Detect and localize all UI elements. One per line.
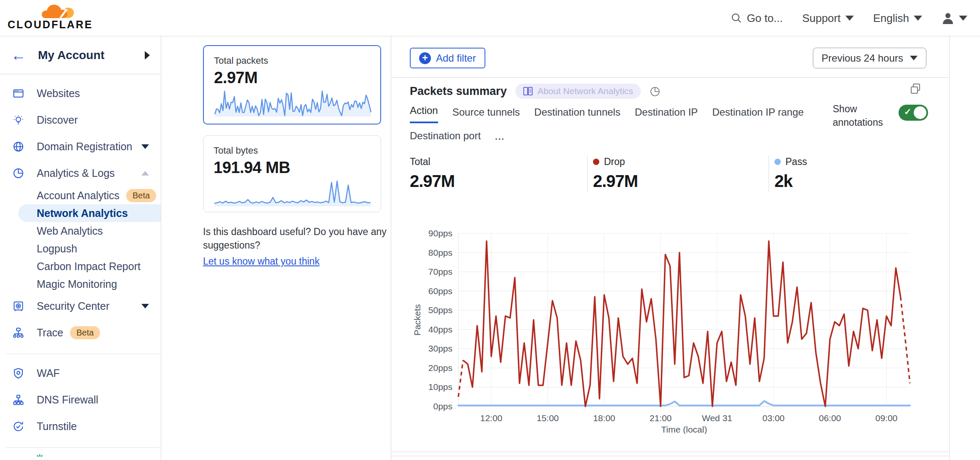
cloudflare-logo[interactable]: CLOUDFLARE <box>8 2 81 31</box>
sidebar-item-label: Magic Monitoring <box>37 278 117 290</box>
svg-text:80pps: 80pps <box>428 248 452 257</box>
packets-time-series-chart[interactable]: 0pps10pps20pps30pps40pps50pps60pps70pps8… <box>408 226 942 436</box>
filter-bar: + Add filter Previous 24 hours <box>391 36 949 77</box>
svg-text:0pps: 0pps <box>433 401 452 411</box>
sidebar-item-carbon-impact-report[interactable]: Carbon Impact Report <box>0 257 161 275</box>
stat-value: 2k <box>774 172 807 191</box>
sidebar: ← My Account Websites Discover <box>0 36 161 460</box>
chevron-down-icon <box>845 16 854 21</box>
sidebar-item-web-analytics[interactable]: Web Analytics <box>0 222 161 240</box>
chevron-right-icon[interactable] <box>145 51 150 60</box>
stat-label: Pass <box>785 156 807 168</box>
pie-mini-icon[interactable] <box>649 85 661 97</box>
search-icon <box>731 13 742 24</box>
pie-chart-icon <box>13 168 24 179</box>
bytes-sparkline <box>214 177 371 207</box>
sidebar-item-analytics-logs[interactable]: Analytics & Logs <box>0 160 161 187</box>
goto-search[interactable]: Go to... <box>731 12 782 25</box>
cloudflare-cloud-icon <box>41 2 76 20</box>
more-tabs-ellipsis-icon[interactable]: ... <box>495 132 505 147</box>
svg-text:Time (local): Time (local) <box>661 425 707 434</box>
language-menu[interactable]: English <box>873 12 922 25</box>
sidebar-item-waf[interactable]: WAF <box>0 360 161 387</box>
sidebar-item-security-center[interactable]: Security Center <box>0 293 161 319</box>
account-header: ← My Account <box>0 36 161 74</box>
stat-value: 2.97M <box>593 172 638 191</box>
stat-divider <box>769 155 769 192</box>
total-bytes-card[interactable]: Total bytes 191.94 MB <box>203 135 381 212</box>
about-network-analytics-badge[interactable]: About Network Analytics <box>515 84 641 99</box>
show-annotations-toggle[interactable]: ✓ <box>899 105 928 121</box>
sidebar-item-websites[interactable]: Websites <box>0 80 161 107</box>
stat-value: 2.97M <box>410 172 455 191</box>
svg-text:20pps: 20pps <box>428 363 452 373</box>
sidebar-divider <box>5 447 161 448</box>
sidebar-item-label: Logpush <box>37 243 77 255</box>
sidebar-item-label: Network Analytics <box>37 207 128 219</box>
svg-text:21:00: 21:00 <box>650 413 672 423</box>
sidebar-item-label: Domain Registration <box>37 141 133 153</box>
chevron-down-icon <box>959 16 967 21</box>
chevron-down-icon <box>141 144 149 149</box>
feedback-link[interactable]: Let us know what you think <box>203 254 319 268</box>
total-packets-card[interactable]: Total packets 2.97M <box>203 45 381 124</box>
sidebar-item-label: Carbon Impact Report <box>37 260 141 273</box>
refresh-check-icon <box>13 421 24 432</box>
svg-text:90pps: 90pps <box>428 228 452 238</box>
chevron-down-icon <box>910 56 918 60</box>
beta-badge: Beta <box>70 326 100 339</box>
account-menu[interactable] <box>942 12 967 24</box>
tab-destination-ip-range[interactable]: Destination IP range <box>712 106 804 123</box>
sidebar-item-magic-monitoring[interactable]: Magic Monitoring <box>0 275 161 293</box>
card-value: 191.94 MB <box>214 159 371 177</box>
badge-label: About Network Analytics <box>538 86 633 96</box>
tab-action[interactable]: Action <box>410 105 438 123</box>
tab-source-tunnels[interactable]: Source tunnels <box>452 106 520 123</box>
chevron-down-icon <box>141 304 149 308</box>
sidebar-item-logpush[interactable]: Logpush <box>0 240 161 257</box>
panel-header: Packets summary About Network Analytics <box>410 84 661 99</box>
sidebar-item-label: Websites <box>37 87 80 100</box>
card-value: 2.97M <box>214 69 370 87</box>
copy-icon[interactable] <box>910 83 921 95</box>
cloudflare-dashboard: CLOUDFLARE Go to... Support English ← <box>0 0 980 460</box>
sidebar-item-network-analytics[interactable]: Network Analytics <box>18 204 161 222</box>
time-range-select[interactable]: Previous 24 hours <box>813 48 926 68</box>
sidebar-item-domain-registration[interactable]: Domain Registration <box>0 133 161 160</box>
lightbulb-icon <box>13 114 24 126</box>
back-arrow-icon[interactable]: ← <box>11 48 26 63</box>
sidebar-item-label: WAF <box>37 367 60 379</box>
feedback-question: Is this dashboard useful? Do you have an… <box>203 225 387 252</box>
partial-item-icon: ❋ <box>35 454 44 457</box>
svg-text:70pps: 70pps <box>428 267 452 276</box>
main-content: + Add filter Previous 24 hours Packets s… <box>391 36 950 460</box>
tab-destination-port[interactable]: Destination port <box>410 130 481 147</box>
globe-icon <box>13 141 24 152</box>
cloudflare-wordmark: CLOUDFLARE <box>8 19 81 31</box>
sidebar-item-label: Discover <box>37 114 78 126</box>
tab-destination-ip[interactable]: Destination IP <box>635 106 698 123</box>
stat-pass: Pass 2k <box>774 156 807 191</box>
tab-destination-tunnels[interactable]: Destination tunnels <box>534 106 620 123</box>
svg-text:10pps: 10pps <box>428 382 452 392</box>
sidebar-item-account-analytics[interactable]: Account Analytics Beta <box>0 187 161 204</box>
support-menu[interactable]: Support <box>802 12 854 25</box>
sidebar-item-trace[interactable]: Trace Beta <box>0 319 161 346</box>
panel-title: Packets summary <box>410 85 507 98</box>
plus-icon: + <box>419 52 431 64</box>
svg-text:06:00: 06:00 <box>819 413 841 423</box>
sidebar-nav: Websites Discover Domain Registration <box>0 74 161 457</box>
sidebar-item-dns-firewall[interactable]: DNS Firewall <box>0 387 161 413</box>
drop-legend-dot <box>593 159 599 165</box>
user-icon <box>942 12 954 24</box>
sidebar-item-turnstile[interactable]: Turnstile <box>0 413 161 440</box>
stat-divider <box>587 155 587 192</box>
sidebar-item-label: Web Analytics <box>37 225 103 237</box>
top-bar: CLOUDFLARE Go to... Support English <box>0 0 980 36</box>
add-filter-button[interactable]: + Add filter <box>410 48 485 68</box>
sidebar-item-label: DNS Firewall <box>37 394 98 406</box>
sidebar-item-label: Turnstile <box>37 420 77 433</box>
sidebar-item-discover[interactable]: Discover <box>0 107 161 133</box>
stats-row: Total 2.97M Drop 2.97M Pass 2k <box>391 156 949 192</box>
stat-total: Total 2.97M <box>410 156 455 191</box>
